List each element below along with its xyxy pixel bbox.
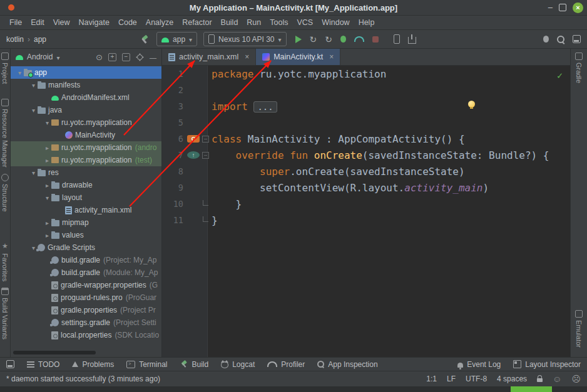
menu-navigate[interactable]: Navigate	[74, 16, 114, 29]
inspections-ok-icon[interactable]: ✓	[557, 70, 563, 81]
chevron-down-icon[interactable]: ▾	[16, 69, 24, 76]
sdk-manager-icon[interactable]	[408, 37, 416, 44]
tree-item-ru-yotc-myapplication[interactable]: ▸ru.yotc.myapplication(andro	[11, 141, 161, 154]
smiley-face-icon[interactable]	[553, 374, 561, 384]
tree-item-gradle-wrapper-properties[interactable]: gradle-wrapper.properties(G	[11, 279, 161, 291]
tool-stripe-favorites[interactable]: Favorites	[0, 239, 10, 281]
chevron-down-icon[interactable]	[56, 51, 59, 63]
tree-item-activity-main-xml[interactable]: activity_main.xml	[11, 204, 161, 216]
chevron-right-icon[interactable]: ▸	[43, 182, 51, 189]
menu-window[interactable]: Window	[317, 16, 354, 29]
code-line-10[interactable]: 10 }	[162, 196, 570, 212]
frown-face-icon[interactable]	[571, 374, 581, 384]
fold-minus-icon[interactable]	[200, 136, 212, 143]
settings-icon[interactable]	[137, 54, 143, 60]
tree-item-androidmanifest-xml[interactable]: AndroidManifest.xml	[11, 91, 161, 104]
hide-icon[interactable]	[150, 51, 156, 63]
locate-icon[interactable]	[96, 51, 103, 63]
run-configuration-select[interactable]: app	[156, 32, 197, 46]
menu-vcs[interactable]: VCS	[292, 16, 317, 29]
tool-stripe-gradle[interactable]: Gradle	[571, 53, 587, 83]
tool-stripe-build-variants[interactable]: Build Variants	[0, 288, 10, 339]
menu-file[interactable]: File	[5, 16, 26, 29]
breadcrumb-target[interactable]: app	[34, 35, 46, 44]
tree-item-app[interactable]: ▾app	[11, 66, 161, 79]
tool-stripe-project[interactable]: Project	[0, 53, 10, 84]
code-line-6[interactable]: 6class MainActivity : AppCompatActivity(…	[162, 131, 570, 147]
tree-item-settings-gradle[interactable]: settings.gradle(Project Setti	[11, 316, 161, 329]
code-line-9[interactable]: 9 setContentView(R.layout.activity_main)	[162, 179, 570, 196]
override-gutter-icon[interactable]	[187, 151, 200, 159]
minimize-button[interactable]: –	[548, 4, 553, 11]
close-tab-icon[interactable]: ×	[245, 53, 249, 61]
chevron-right-icon[interactable]: ▸	[43, 157, 51, 164]
menu-edit[interactable]: Edit	[26, 16, 49, 29]
window-switcher-icon[interactable]	[6, 360, 14, 368]
tree-item-manifests[interactable]: ▾manifests	[11, 79, 161, 91]
folded-imports-region[interactable]: ...	[253, 101, 277, 113]
lock-icon[interactable]	[537, 378, 543, 382]
tree-item-local-properties[interactable]: local.properties(SDK Locatio	[11, 329, 161, 341]
chevron-right-icon[interactable]: ▸	[43, 144, 51, 151]
menu-run[interactable]: Run	[242, 16, 265, 29]
chevron-down-icon[interactable]: ▾	[29, 82, 38, 89]
caret-position-widget[interactable]: 1:1	[426, 374, 437, 383]
build-project-icon[interactable]	[140, 35, 149, 44]
search-icon[interactable]	[557, 36, 564, 43]
attach-debugger-icon[interactable]	[543, 36, 549, 43]
fold-minus-icon[interactable]	[200, 152, 212, 159]
chevron-right-icon[interactable]: ▸	[43, 219, 51, 226]
tree-item-gradle-scripts[interactable]: ▾Gradle Scripts	[11, 241, 161, 254]
code-line-1[interactable]: 1package ru.yotc.myapplication	[162, 66, 570, 82]
chevron-down-icon[interactable]: ▾	[29, 169, 38, 176]
code-editor[interactable]: 1package ru.yotc.myapplication23import .…	[162, 66, 570, 357]
tree-item-layout[interactable]: ▾layout	[11, 191, 161, 204]
tree-item-build-gradle[interactable]: build.gradle(Project: My_Ap	[11, 254, 161, 266]
window-menu-icon[interactable]	[8, 4, 14, 11]
encoding-widget[interactable]: UTF-8	[466, 374, 487, 383]
tool-window-button-todo[interactable]: TODO	[27, 360, 59, 369]
tool-stripe-structure[interactable]: Structure	[0, 174, 10, 212]
tool-window-button-layout-inspector[interactable]: Layout Inspector	[513, 360, 581, 369]
expand-all-icon[interactable]	[108, 53, 116, 61]
collapse-all-icon[interactable]	[122, 53, 130, 61]
close-button[interactable]: ×	[573, 3, 583, 13]
apply-changes-icon[interactable]	[310, 34, 317, 45]
tree-item-res[interactable]: ▾res	[11, 166, 161, 179]
tool-window-button-terminal[interactable]: Terminal	[126, 360, 167, 369]
breadcrumb-module[interactable]: kotlin	[6, 35, 24, 44]
menu-code[interactable]: Code	[114, 16, 141, 29]
maximize-button[interactable]	[559, 4, 566, 11]
code-line-8[interactable]: 8 super.onCreate(savedInstanceState)	[162, 163, 570, 179]
device-select[interactable]: Nexus 10 API 30	[203, 32, 286, 46]
tree-item-gradle-properties[interactable]: gradle.properties(Project Pr	[11, 304, 161, 316]
window-tool-icon[interactable]	[573, 35, 581, 43]
tree-item-proguard-rules-pro[interactable]: proguard-rules.pro(ProGuar	[11, 291, 161, 304]
tool-stripe-resource-manager[interactable]: Resource Manager	[0, 99, 10, 168]
code-line-7[interactable]: 7 override fun onCreate(savedInstanceSta…	[162, 147, 570, 163]
tree-item-java[interactable]: ▾java	[11, 104, 161, 116]
tool-window-button-event-log[interactable]: Event Log	[457, 360, 501, 369]
tree-item-drawable[interactable]: ▸drawable	[11, 179, 161, 191]
run-icon[interactable]	[295, 36, 302, 43]
close-tab-icon[interactable]: ×	[329, 53, 334, 61]
intention-bulb-icon[interactable]	[468, 101, 475, 108]
tree-item-mainactivity[interactable]: MainActivity	[11, 129, 161, 141]
tool-stripe-emulator[interactable]: Emulator	[571, 310, 587, 348]
project-view-selector[interactable]: Android	[27, 53, 53, 61]
tool-window-button-app-inspection[interactable]: App Inspection	[317, 360, 377, 369]
code-line-11[interactable]: 11}	[162, 212, 570, 228]
apply-code-changes-icon[interactable]	[325, 34, 332, 45]
code-line-3[interactable]: 3import ...	[162, 98, 570, 114]
code-line-2[interactable]: 2	[162, 82, 570, 98]
indent-widget[interactable]: 4 spaces	[497, 374, 527, 383]
class-gutter-icon[interactable]	[187, 135, 200, 143]
chevron-down-icon[interactable]: ▾	[43, 194, 51, 201]
horizontal-scrollbar[interactable]	[13, 351, 96, 354]
tool-window-button-logcat[interactable]: Logcat	[221, 360, 255, 369]
chevron-right-icon[interactable]: ▸	[43, 232, 51, 239]
menu-build[interactable]: Build	[217, 16, 243, 29]
fold-end-icon[interactable]	[200, 219, 212, 222]
tool-window-button-problems[interactable]: Problems	[72, 360, 114, 369]
tree-item-mipmap[interactable]: ▸mipmap	[11, 216, 161, 229]
